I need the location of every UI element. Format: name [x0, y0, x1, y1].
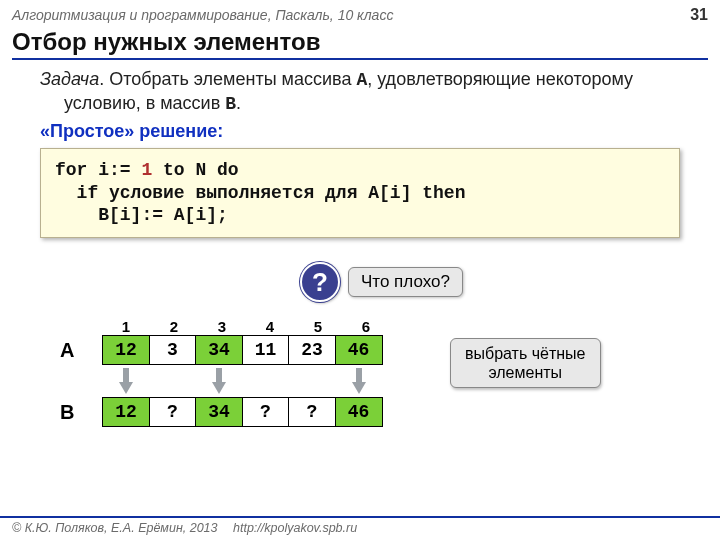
cell: 12 — [102, 335, 150, 365]
cell: 46 — [335, 397, 383, 427]
array-b-name: B — [225, 94, 236, 114]
task-label: Задача — [40, 69, 99, 89]
subheading: «Простое» решение: — [0, 115, 720, 148]
cell: 34 — [195, 335, 243, 365]
cell: 11 — [242, 335, 290, 365]
footer: © К.Ю. Поляков, Е.А. Ерёмин, 2013 http:/… — [0, 516, 720, 540]
arrow-down-icon — [212, 368, 226, 394]
cell: 23 — [288, 335, 336, 365]
array-a-name: A — [356, 70, 367, 90]
copyright: © К.Ю. Поляков, Е.А. Ерёмин, 2013 — [12, 521, 218, 535]
cell: ? — [149, 397, 197, 427]
arrows-row — [102, 365, 390, 397]
page-title: Отбор нужных элементов — [12, 28, 708, 56]
cell: 12 — [102, 397, 150, 427]
arrow-down-icon — [352, 368, 366, 394]
cell: ? — [288, 397, 336, 427]
course-label: Алгоритмизация и программирование, Паска… — [12, 7, 393, 23]
arrow-down-icon — [119, 368, 133, 394]
index-row: 1 2 3 4 5 6 — [102, 318, 390, 335]
array-b-cells: 12 ? 34 ? ? 46 — [102, 397, 383, 427]
header-bar: Алгоритмизация и программирование, Паска… — [0, 0, 720, 28]
array-a-row: A 12 3 34 11 23 46 — [60, 335, 390, 365]
cell: 3 — [149, 335, 197, 365]
array-a-cells: 12 3 34 11 23 46 — [102, 335, 383, 365]
array-b-label: B — [60, 401, 102, 424]
title-block: Отбор нужных элементов — [0, 28, 720, 60]
callout-text: Что плохо? — [348, 267, 463, 297]
cell: 34 — [195, 397, 243, 427]
cell: ? — [242, 397, 290, 427]
code-box: for i:= 1 to N do if условие выполняется… — [40, 148, 680, 238]
page-number: 31 — [690, 6, 708, 24]
footer-link[interactable]: http://kpolyakov.spb.ru — [233, 521, 357, 535]
question-callout: ? Что плохо? — [300, 262, 463, 302]
task-statement: Задача. Отобрать элементы массива A, удо… — [24, 68, 720, 115]
array-a-label: A — [60, 339, 102, 362]
cell: 46 — [335, 335, 383, 365]
arrays-diagram: 1 2 3 4 5 6 A 12 3 34 11 23 46 B 12 ? 34… — [60, 318, 390, 427]
code-wrap: for i:= 1 to N do if условие выполняется… — [0, 148, 720, 238]
right-callout: выбрать чётные элементы — [450, 338, 601, 388]
title-underline — [12, 58, 708, 60]
array-b-row: B 12 ? 34 ? ? 46 — [60, 397, 390, 427]
question-mark-icon: ? — [300, 262, 340, 302]
